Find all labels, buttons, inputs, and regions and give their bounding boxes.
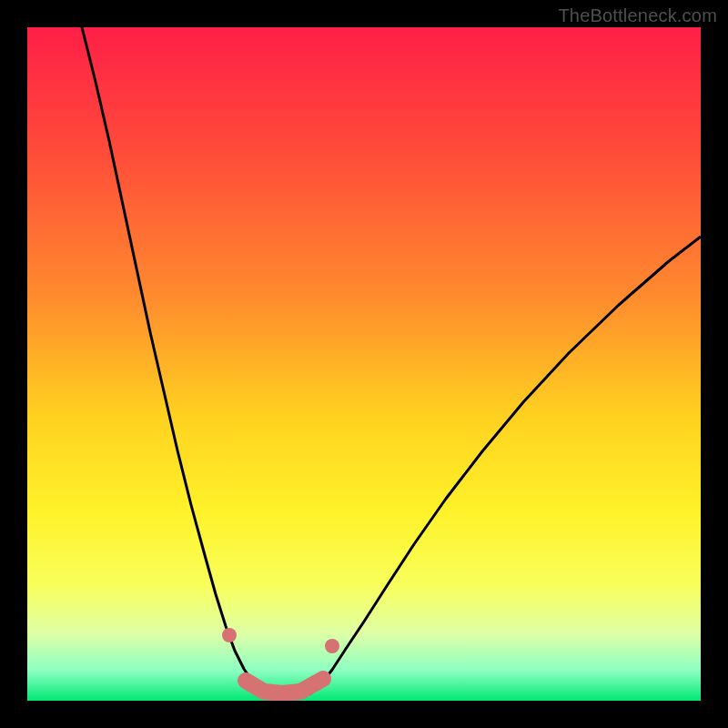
plot-svg — [27, 27, 701, 701]
outer-frame: TheBottleneck.com — [0, 0, 728, 728]
plot-background — [27, 27, 701, 701]
plot-area — [27, 27, 701, 701]
marker-left-dot — [222, 628, 237, 642]
marker-right-dot — [325, 639, 339, 653]
watermark-text: TheBottleneck.com — [558, 5, 717, 26]
